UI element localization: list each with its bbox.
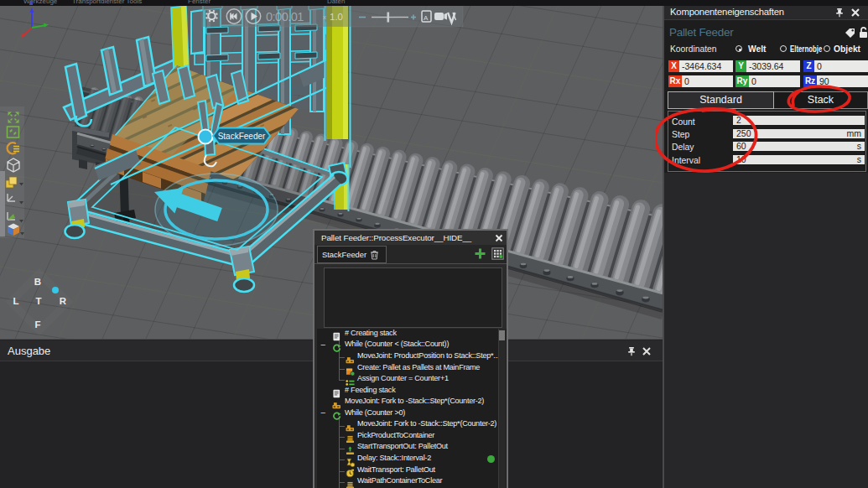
svg-text:0:00.01: 0:00.01 xyxy=(266,10,304,23)
svg-text:F: F xyxy=(34,319,40,330)
svg-text:L: L xyxy=(13,296,18,306)
svg-text:B: B xyxy=(34,277,41,287)
svg-text:R: R xyxy=(60,296,67,306)
svg-text:T: T xyxy=(35,296,41,306)
svg-text:A: A xyxy=(424,14,429,22)
svg-text:StackFeeder: StackFeeder xyxy=(218,132,266,141)
svg-text:x: x xyxy=(323,13,326,21)
svg-text:1.0: 1.0 xyxy=(330,12,343,22)
